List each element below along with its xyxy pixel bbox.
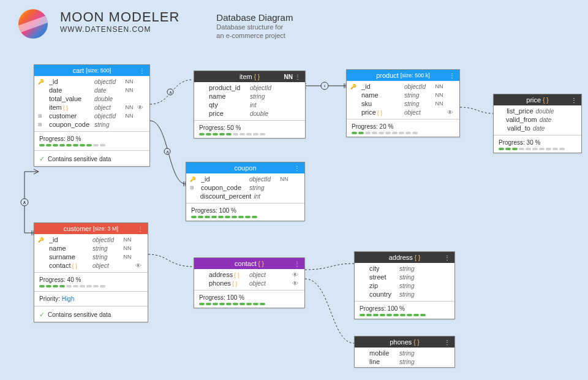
entity-header[interactable]: item{ }NN⋮ <box>194 71 305 82</box>
field-type: objectId <box>94 113 121 120</box>
field-row[interactable]: list_pricedouble <box>494 107 581 115</box>
field-type: string <box>249 184 276 191</box>
field-row[interactable]: discount_percentint <box>186 192 304 200</box>
field-nn: NN <box>124 113 135 119</box>
field-row[interactable]: total_valuedouble <box>34 94 149 103</box>
check-icon: ✓ <box>39 155 45 163</box>
menu-icon[interactable]: ⋮ <box>444 254 451 261</box>
note-sensitive: ✓Contains sensitive data <box>34 152 149 166</box>
field-list: address{ }object👁phones{ }object👁 <box>194 269 304 289</box>
field-type: int <box>250 102 277 108</box>
field-row[interactable]: address{ }object👁 <box>194 270 304 279</box>
eye-icon: 👁 <box>137 104 146 111</box>
entity-price[interactable]: price{ }⋮ list_pricedoublevalid_fromdate… <box>493 94 582 153</box>
entity-address[interactable]: address{ }⋮ citystringstreetstringzipstr… <box>354 251 455 319</box>
entity-phones[interactable]: phones{ }⋮ mobilestringlinestring <box>354 336 455 368</box>
field-type: string <box>399 359 426 365</box>
field-nn: NN <box>434 83 445 89</box>
field-row[interactable]: item{ }objectNN👁 <box>34 103 149 112</box>
menu-icon[interactable]: ⋮ <box>294 260 301 267</box>
field-type: string <box>92 254 119 260</box>
progress-block: Progress: 100 % <box>186 205 304 221</box>
field-name: name <box>361 91 402 99</box>
field-name: street <box>369 273 397 281</box>
field-row[interactable]: qtyint <box>194 101 305 109</box>
field-row[interactable]: linestring <box>355 357 454 366</box>
entity-header[interactable]: price{ }⋮ <box>494 94 581 105</box>
field-list: 🔑_idobjectIdNNnamestringNNskustringNNpri… <box>347 81 459 118</box>
priority-block: Priority: High <box>34 293 148 305</box>
field-type: string <box>92 245 119 252</box>
entity-customer[interactable]: customer[size: 3 M]⋮ 🔑_idobjectIdNNnames… <box>34 222 148 322</box>
entity-contact[interactable]: contact{ }⋮ address{ }object👁phones{ }ob… <box>194 257 305 308</box>
entity-cart[interactable]: cart[size: 500]⋮ 🔑_idobjectIdNNdatedateN… <box>34 64 150 167</box>
entity-header[interactable]: cart[size: 500]⋮ <box>34 65 149 76</box>
menu-icon[interactable]: ⋮ <box>449 72 456 79</box>
entity-header[interactable]: product[size: 500 k]⋮ <box>347 70 459 81</box>
field-type: string <box>399 291 426 298</box>
menu-icon[interactable]: ⋮ <box>571 97 578 104</box>
field-row[interactable]: zipstring <box>355 281 454 290</box>
menu-icon[interactable]: ⋮ <box>139 67 146 74</box>
entity-coupon[interactable]: coupon⋮ 🔑_idobjectIdNN⊞coupon_codestring… <box>186 162 305 221</box>
entity-header[interactable]: coupon⋮ <box>186 162 304 173</box>
progress-block: Progress: 100 % <box>355 303 454 319</box>
field-type: objectId <box>94 78 121 85</box>
field-row[interactable]: 🔑_idobjectIdNN <box>34 77 149 86</box>
field-row[interactable]: surnamestringNN <box>34 253 148 261</box>
field-row[interactable]: namestringNN <box>347 91 459 99</box>
field-row[interactable]: ⊞customerobjectIdNN <box>34 112 149 120</box>
field-row[interactable]: ⊞coupon_codestring <box>186 183 304 192</box>
ref-icon: ⊞ <box>38 113 47 119</box>
field-name: list_price <box>507 107 533 115</box>
field-name: price{ } <box>361 108 402 116</box>
field-row[interactable]: namestringNN <box>34 244 148 253</box>
entity-product[interactable]: product[size: 500 k]⋮ 🔑_idobjectIdNNname… <box>346 69 460 137</box>
entity-header[interactable]: address{ }⋮ <box>355 252 454 263</box>
field-name: date <box>49 86 92 94</box>
field-row[interactable]: 🔑_idobjectIdNN <box>34 235 148 244</box>
field-name: city <box>369 265 397 272</box>
field-row[interactable]: streetstring <box>355 273 454 281</box>
field-row[interactable]: price{ }object👁 <box>347 108 459 116</box>
field-row[interactable]: pricedouble <box>194 109 305 118</box>
diagram-canvas[interactable]: cart[size: 500]⋮ 🔑_idobjectIdNNdatedateN… <box>0 0 588 380</box>
field-type: objectId <box>404 83 431 90</box>
menu-icon[interactable]: ⋮ <box>294 165 301 172</box>
field-type: double <box>94 96 121 102</box>
field-row[interactable]: phones{ }object👁 <box>194 279 304 287</box>
field-row[interactable]: valid_fromdate <box>494 115 581 124</box>
entity-header[interactable]: contact{ }⋮ <box>194 258 304 269</box>
field-row[interactable]: 🔑_idobjectIdNN <box>186 175 304 183</box>
field-row[interactable]: namestring <box>194 92 305 101</box>
menu-icon[interactable]: ⋮ <box>137 226 144 232</box>
field-row[interactable]: mobilestring <box>355 349 454 357</box>
field-type: string <box>399 265 426 272</box>
field-name: _id <box>361 83 402 90</box>
eye-icon: 👁 <box>292 280 301 287</box>
field-name: surname <box>49 253 90 260</box>
field-name: customer <box>49 112 92 120</box>
field-type: object <box>92 262 119 269</box>
menu-icon[interactable]: ⋮ <box>295 74 301 80</box>
key-icon: 🔑 <box>38 79 47 85</box>
field-type: string <box>404 92 431 99</box>
menu-icon[interactable]: ⋮ <box>444 339 451 346</box>
field-row[interactable]: countrystring <box>355 290 454 298</box>
field-row[interactable]: valid_todate <box>494 124 581 132</box>
field-type: date <box>540 116 559 123</box>
field-row[interactable]: product_idobjectId <box>194 83 305 92</box>
entity-item[interactable]: item{ }NN⋮ product_idobjectIdnamestringq… <box>194 70 306 139</box>
field-row[interactable]: citystring <box>355 264 454 273</box>
field-list: product_idobjectIdnamestringqtyintpriced… <box>194 82 305 119</box>
field-row[interactable]: 🔑_idobjectIdNN <box>347 82 459 91</box>
field-name: qty <box>209 101 247 108</box>
field-row[interactable]: skustringNN <box>347 99 459 108</box>
field-row[interactable]: contact{ }object👁 <box>34 261 148 270</box>
field-row[interactable]: ⊞coupon_codestring <box>34 120 149 129</box>
entity-header[interactable]: phones{ }⋮ <box>355 336 454 348</box>
field-nn: NN <box>279 176 290 182</box>
field-row[interactable]: datedateNN <box>34 86 149 94</box>
entity-header[interactable]: customer[size: 3 M]⋮ <box>34 223 148 234</box>
check-icon: ✓ <box>39 311 45 319</box>
